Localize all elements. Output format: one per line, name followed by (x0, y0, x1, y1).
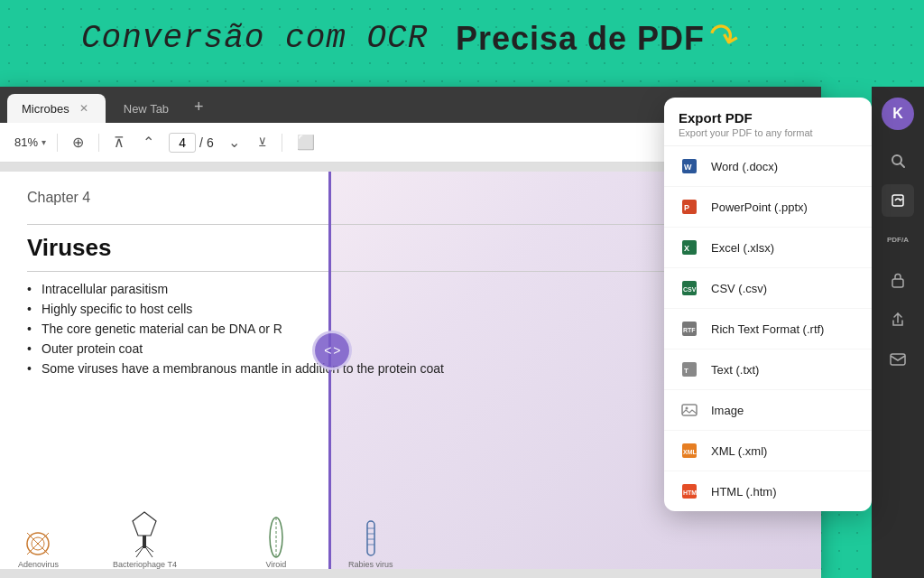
export-image-label: Image (711, 404, 744, 417)
first-page-button[interactable]: ⊼ (110, 130, 128, 154)
pdf-illustrations: Adenovirus Bacteriophage T4 Viroid (0, 501, 821, 569)
rabies-shape (353, 515, 389, 560)
svg-text:CSV: CSV (683, 286, 697, 293)
avatar-letter: K (892, 106, 903, 122)
powerpoint-icon: P (679, 196, 700, 218)
toolbar-divider-2 (98, 134, 99, 152)
share-button[interactable] (882, 303, 914, 336)
illustration-bacteriophage: Bacteriophage T4 (113, 515, 177, 569)
export-xml-label: XML (.xml) (711, 444, 767, 458)
convert-icon (890, 192, 906, 209)
bacteriophage-shape (126, 515, 162, 560)
arrow-icon: ↷ (703, 13, 744, 63)
bacteriophage-label: Bacteriophage T4 (113, 560, 177, 569)
illustration-rabies: Rabies virus (348, 515, 393, 569)
illustration-viroid: Viroid (258, 515, 294, 569)
svg-marker-6 (133, 512, 156, 536)
image-icon (679, 399, 700, 421)
pdf-a-button[interactable]: PDF/A (882, 224, 914, 256)
export-ppt-item[interactable]: P PowerPoint (.pptx) (664, 187, 872, 228)
export-txt-item[interactable]: T Text (.txt) (664, 350, 872, 390)
search-icon (890, 153, 906, 169)
tab-microbes[interactable]: Microbes ✕ (7, 94, 106, 123)
pdf-a-label: PDF/A (887, 236, 909, 245)
zoom-chevron: ▾ (42, 137, 46, 147)
tab-close-button[interactable]: ✕ (77, 101, 91, 116)
add-tab-button[interactable]: + (187, 98, 211, 117)
txt-icon: T (679, 359, 700, 380)
tab-new[interactable]: New Tab (109, 94, 183, 123)
excel-icon: X (679, 237, 700, 258)
mail-button[interactable] (882, 343, 914, 376)
svg-rect-22 (892, 279, 903, 287)
export-word-item[interactable]: W Word (.docx) (664, 146, 872, 187)
zoom-in-button[interactable]: ⊕ (69, 130, 88, 154)
svg-line-8 (136, 548, 143, 557)
svg-line-9 (146, 548, 152, 557)
tab-microbes-label: Microbes (22, 102, 69, 116)
svg-line-20 (901, 163, 904, 167)
export-csv-label: CSV (.csv) (711, 282, 767, 295)
svg-text:XML: XML (683, 449, 698, 455)
export-rtf-item[interactable]: RTF Rich Text Format (.rtf) (664, 309, 872, 350)
search-button[interactable] (882, 144, 914, 177)
svg-rect-14 (367, 521, 374, 555)
viroid-label: Viroid (265, 560, 286, 569)
convert-button[interactable] (882, 184, 914, 217)
viroid-shape (258, 515, 294, 560)
export-ppt-label: PowerPoint (.pptx) (711, 200, 808, 214)
export-image-item[interactable]: Image (664, 390, 872, 431)
export-txt-label: Text (.txt) (711, 363, 759, 377)
word-icon: W (679, 155, 700, 177)
zoom-control[interactable]: 81% ▾ (14, 135, 46, 149)
svg-text:HTML: HTML (683, 489, 698, 496)
svg-text:RTF: RTF (683, 327, 696, 333)
export-rtf-label: Rich Text Format (.rtf) (711, 322, 824, 336)
html-icon: HTML (679, 480, 700, 502)
zoom-level: 81% (14, 135, 38, 149)
csv-icon: CSV (679, 277, 700, 299)
adenovirus-shape (21, 515, 57, 560)
svg-rect-7 (143, 536, 146, 548)
svg-text:X: X (684, 244, 689, 253)
page-number-input[interactable] (169, 133, 196, 153)
mail-icon (890, 353, 906, 366)
toolbar-divider-1 (57, 134, 58, 152)
illustration-adenovirus: Adenovirus (18, 515, 59, 569)
svg-text:P: P (684, 203, 689, 212)
page-separator: / (199, 135, 203, 150)
header-title-part2: Precisa de PDF (456, 20, 705, 58)
next-page-button[interactable]: ⌄ (225, 130, 244, 154)
export-excel-label: Excel (.xlsx) (711, 241, 774, 255)
lock-icon (891, 272, 905, 288)
export-xml-item[interactable]: XML XML (.xml) (664, 431, 872, 471)
export-pdf-panel: Export PDF Export your PDF to any format… (664, 98, 872, 511)
export-excel-item[interactable]: X Excel (.xlsx) (664, 228, 872, 268)
page-indicator: / 6 (169, 133, 214, 153)
rabies-label: Rabies virus (348, 560, 393, 569)
lock-button[interactable] (882, 264, 914, 296)
presentation-button[interactable]: ⬜ (293, 130, 319, 154)
export-html-label: HTML (.htm) (711, 485, 776, 499)
xml-icon: XML (679, 440, 700, 461)
ocr-header: Conversão com OCR Precisa de PDF ↷ (81, 16, 740, 61)
avatar: K (882, 98, 914, 130)
export-panel-subtitle: Export your PDF to any format (679, 127, 857, 138)
expand-icon: < > (324, 343, 339, 358)
svg-rect-36 (682, 405, 697, 415)
rtf-icon: RTF (679, 318, 700, 340)
svg-text:W: W (684, 163, 692, 172)
last-page-button[interactable]: ⊻ (254, 132, 271, 153)
svg-rect-21 (892, 195, 903, 206)
header-title-part1: Conversão com OCR (81, 20, 428, 57)
svg-rect-23 (891, 354, 905, 365)
adenovirus-label: Adenovirus (18, 560, 59, 569)
prev-page-button[interactable]: ⌃ (139, 130, 158, 154)
share-icon (891, 312, 905, 328)
tab-new-label: New Tab (124, 102, 169, 116)
export-csv-item[interactable]: CSV CSV (.csv) (664, 268, 872, 309)
svg-point-37 (686, 407, 688, 410)
expand-button[interactable]: < > (312, 331, 352, 370)
export-html-item[interactable]: HTML HTML (.htm) (664, 471, 872, 511)
export-panel-title: Export PDF (679, 110, 857, 126)
